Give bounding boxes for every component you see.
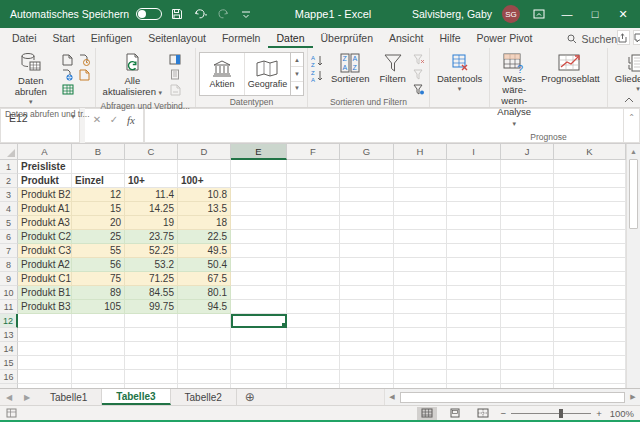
cell-G7[interactable]	[340, 244, 394, 258]
cell-K4[interactable]	[554, 202, 626, 216]
cell-I16[interactable]	[447, 370, 501, 384]
cell-D4[interactable]: 13.5	[178, 202, 231, 216]
cell-J16[interactable]	[501, 370, 554, 384]
cell-G14[interactable]	[340, 342, 394, 356]
cell-C4[interactable]: 14.25	[125, 202, 178, 216]
filter-button[interactable]: Filtern	[375, 50, 409, 87]
cell-C15[interactable]	[125, 356, 178, 370]
cell-G17[interactable]	[340, 384, 394, 388]
cell-A8[interactable]: Produkt A2	[18, 258, 72, 272]
cell-B14[interactable]	[72, 342, 125, 356]
cell-E4[interactable]	[231, 202, 287, 216]
zoom-out-icon[interactable]: −	[501, 408, 507, 419]
cell-A7[interactable]: Produkt C3	[18, 244, 72, 258]
cell-I1[interactable]	[447, 160, 501, 174]
cell-E2[interactable]	[231, 174, 287, 188]
cell-F10[interactable]	[287, 286, 340, 300]
cell-K1[interactable]	[554, 160, 626, 174]
cell-K9[interactable]	[554, 272, 626, 286]
search-box[interactable]: Suchen	[567, 33, 618, 48]
cell-B5[interactable]: 20	[72, 216, 125, 230]
status-icon[interactable]	[6, 408, 17, 418]
cell-D9[interactable]: 67.5	[178, 272, 231, 286]
column-header-D[interactable]: D	[178, 144, 231, 160]
vertical-scroll-thumb[interactable]	[629, 159, 638, 229]
cell-H6[interactable]	[394, 230, 447, 244]
view-page-break-button[interactable]	[473, 407, 493, 420]
column-header-C[interactable]: C	[125, 144, 178, 160]
cell-C14[interactable]	[125, 342, 178, 356]
cell-F12[interactable]	[287, 314, 340, 328]
cell-K7[interactable]	[554, 244, 626, 258]
vertical-scrollbar[interactable]: ▲	[626, 144, 640, 388]
cell-K12[interactable]	[554, 314, 626, 328]
ribbon-tab-überprüfen[interactable]: Überprüfen	[313, 30, 382, 48]
cell-F3[interactable]	[287, 188, 340, 202]
row-header-5[interactable]: 5	[0, 216, 18, 230]
column-header-K[interactable]: K	[554, 144, 626, 160]
insert-function-icon[interactable]: fx	[123, 112, 139, 127]
cell-G15[interactable]	[340, 356, 394, 370]
cell-K3[interactable]	[554, 188, 626, 202]
cell-G13[interactable]	[340, 328, 394, 342]
column-header-A[interactable]: A	[18, 144, 72, 160]
column-header-G[interactable]: G	[340, 144, 394, 160]
cell-E15[interactable]	[231, 356, 287, 370]
cell-J12[interactable]	[501, 314, 554, 328]
cell-K2[interactable]	[554, 174, 626, 188]
cell-E13[interactable]	[231, 328, 287, 342]
cell-K6[interactable]	[554, 230, 626, 244]
row-header-11[interactable]: 11	[0, 300, 18, 314]
cell-E10[interactable]	[231, 286, 287, 300]
row-header-1[interactable]: 1	[0, 160, 18, 174]
cell-H12[interactable]	[394, 314, 447, 328]
cell-G11[interactable]	[340, 300, 394, 314]
cell-D7[interactable]: 49.5	[178, 244, 231, 258]
cell-H11[interactable]	[394, 300, 447, 314]
cell-D13[interactable]	[178, 328, 231, 342]
formula-bar-expand-icon[interactable]: ⌃	[624, 108, 640, 143]
cell-C1[interactable]	[125, 160, 178, 174]
cell-D11[interactable]: 94.5	[178, 300, 231, 314]
cell-D6[interactable]: 22.5	[178, 230, 231, 244]
autosave-toggle[interactable]	[136, 8, 162, 20]
cell-J1[interactable]	[501, 160, 554, 174]
cell-B16[interactable]	[72, 370, 125, 384]
cell-C9[interactable]: 71.25	[125, 272, 178, 286]
cell-C13[interactable]	[125, 328, 178, 342]
cell-F1[interactable]	[287, 160, 340, 174]
cell-B15[interactable]	[72, 356, 125, 370]
advanced-filter-icon[interactable]	[412, 83, 426, 96]
cell-F16[interactable]	[287, 370, 340, 384]
cell-E5[interactable]	[231, 216, 287, 230]
sheet-tab-tabelle3[interactable]: Tabelle3	[102, 389, 170, 405]
undo-icon[interactable]	[192, 6, 208, 22]
cell-E6[interactable]	[231, 230, 287, 244]
properties-icon[interactable]	[168, 68, 182, 81]
cell-I7[interactable]	[447, 244, 501, 258]
row-header-13[interactable]: 13	[0, 328, 18, 342]
cell-K11[interactable]	[554, 300, 626, 314]
cell-F14[interactable]	[287, 342, 340, 356]
what-if-analysis-button[interactable]: ? Was-wäre-wenn- Analyse ▾	[493, 50, 535, 131]
from-table-range-icon[interactable]	[61, 83, 75, 96]
queries-connections-icon[interactable]	[168, 53, 182, 66]
cell-G4[interactable]	[340, 202, 394, 216]
row-header-4[interactable]: 4	[0, 202, 18, 216]
cell-C16[interactable]	[125, 370, 178, 384]
cell-I12[interactable]	[447, 314, 501, 328]
gallery-down-icon[interactable]: ▼	[291, 67, 303, 81]
cell-A11[interactable]: Produkt B3	[18, 300, 72, 314]
cell-H10[interactable]	[394, 286, 447, 300]
row-header-15[interactable]: 15	[0, 356, 18, 370]
row-header-14[interactable]: 14	[0, 342, 18, 356]
avatar[interactable]: SG	[502, 5, 520, 23]
from-file-icon[interactable]	[78, 68, 92, 81]
cell-G10[interactable]	[340, 286, 394, 300]
cell-H14[interactable]	[394, 342, 447, 356]
cell-B8[interactable]: 56	[72, 258, 125, 272]
enter-icon[interactable]: ✓	[106, 112, 122, 127]
collapse-ribbon-icon[interactable]	[624, 97, 634, 103]
cell-B3[interactable]: 12	[72, 188, 125, 202]
cell-K8[interactable]	[554, 258, 626, 272]
